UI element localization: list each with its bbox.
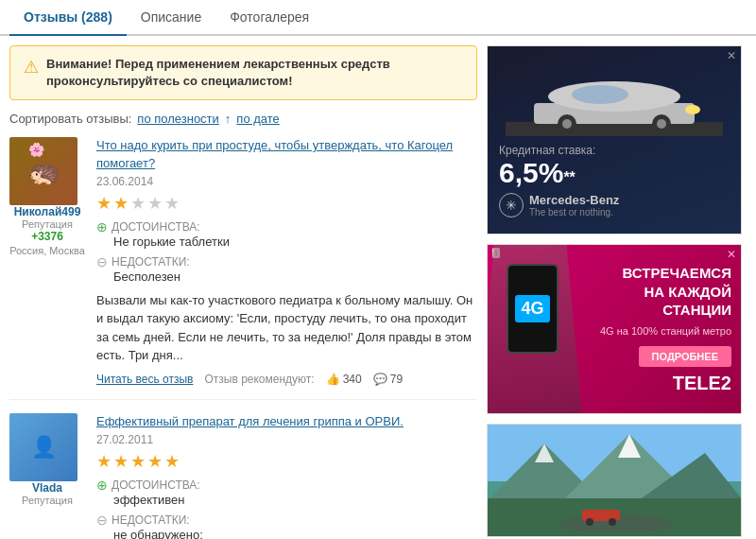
avatar-2: 👤 bbox=[9, 413, 77, 481]
stars-1: ★ ★ ★ ★ ★ bbox=[96, 193, 477, 214]
comment-btn-1[interactable]: 💬 79 bbox=[373, 373, 403, 386]
ad1-brand-sub: The best or nothing. bbox=[529, 207, 619, 217]
tab-reviews[interactable]: Отзывы (288) bbox=[9, 0, 127, 36]
svg-point-8 bbox=[685, 105, 700, 114]
car-image bbox=[499, 58, 730, 138]
star-1-5: ★ bbox=[164, 193, 180, 214]
reviewer-rep-label-1: Репутация bbox=[9, 218, 85, 230]
tab-photogallery[interactable]: Фотогалерея bbox=[215, 0, 323, 34]
review-text-1: Вызвали мы как-то участкового педиатра к… bbox=[96, 291, 477, 365]
tab-bar: Отзывы (288) Описание Фотогалерея bbox=[0, 0, 756, 36]
ad2-headline: ВСТРЕЧАЕМСЯ НА КАЖДОЙ СТАНЦИИ bbox=[599, 264, 731, 320]
sort-arrow: ↑ bbox=[225, 112, 232, 126]
like-count-1: 340 bbox=[343, 373, 362, 386]
pros-icon-1: ⊕ bbox=[96, 219, 108, 235]
review-title-1[interactable]: Что надо курить при простуде, чтобы утве… bbox=[96, 137, 477, 171]
ad1-brand-row: ✳ Mercedes-Benz The best or nothing. bbox=[499, 193, 730, 217]
reviewer-name-1[interactable]: Николай499 bbox=[9, 205, 85, 218]
reviewer-name-2[interactable]: Vlada bbox=[9, 481, 85, 495]
comment-count-1: 79 bbox=[390, 373, 403, 386]
review-title-2[interactable]: Еффективный препарат для лечения гриппа … bbox=[96, 413, 477, 430]
reviewer-col-1: 🦔🌸 Николай499 Репутация +3376 Россия, Мо… bbox=[9, 137, 85, 385]
ad2-subline: 4G на 100% станций метро bbox=[599, 325, 731, 337]
review-date-1: 23.06.2014 bbox=[96, 175, 477, 188]
ad1-rate: 6,5%** bbox=[499, 157, 730, 188]
close-btn-mercedes[interactable]: ✕ bbox=[727, 49, 736, 62]
review-content-1: Что надо курить при простуде, чтобы утве… bbox=[96, 137, 477, 385]
review-date-2: 27.02.2011 bbox=[96, 433, 477, 446]
star-1-2: ★ bbox=[113, 193, 129, 214]
phone-image: 4G bbox=[507, 264, 558, 354]
svg-point-7 bbox=[657, 119, 666, 129]
like-btn-1[interactable]: 👍 340 bbox=[326, 373, 362, 386]
car-svg bbox=[506, 61, 723, 136]
warning-icon: ⚠ bbox=[24, 57, 39, 78]
left-column: ⚠ Внимание! Перед применением лекарствен… bbox=[9, 45, 477, 539]
pros-label-2: ⊕ ДОСТОИНСТВА: bbox=[96, 478, 477, 493]
svg-point-19 bbox=[586, 518, 593, 526]
main-layout: ⚠ Внимание! Перед применением лекарствен… bbox=[0, 36, 756, 539]
sort-label: Сортировать отзывы: bbox=[9, 112, 131, 126]
star-1-3: ★ bbox=[130, 193, 146, 214]
landscape-svg bbox=[488, 425, 742, 537]
recommend-label-1: Отзыв рекомендуют: bbox=[204, 373, 314, 386]
ad2-content: ВСТРЕЧАЕМСЯ НА КАЖДОЙ СТАНЦИИ 4G на 100%… bbox=[599, 264, 731, 394]
read-more-1[interactable]: Читать весь отзыв bbox=[96, 373, 193, 386]
mercedes-logo-icon: ✳ bbox=[499, 193, 524, 217]
ad1-rate-label: Кредитная ставка: bbox=[499, 144, 730, 157]
reviewer-location-1: Россия, Москва bbox=[9, 245, 85, 256]
cons-label-1: ⊖ НЕДОСТАТКИ: bbox=[96, 254, 477, 270]
cons-value-2: не обнаружено; bbox=[113, 528, 477, 539]
star-2-4: ★ bbox=[147, 451, 163, 472]
star-2-3: ★ bbox=[130, 451, 146, 472]
stars-2: ★ ★ ★ ★ ★ bbox=[96, 451, 477, 472]
pros-icon-2: ⊕ bbox=[96, 478, 108, 493]
avatar-1: 🦔🌸 bbox=[9, 137, 77, 205]
reviewer-rep-1: +3376 bbox=[9, 230, 85, 243]
4g-badge: 4G bbox=[515, 295, 549, 322]
star-2-5: ★ bbox=[164, 451, 180, 472]
cons-icon-1: ⊖ bbox=[96, 254, 108, 270]
right-column: ✕ bbox=[487, 45, 742, 539]
svg-point-3 bbox=[572, 85, 628, 104]
pros-value-1: Не горькие таблетки bbox=[113, 235, 477, 249]
pros-label-1: ⊕ ДОСТОИНСТВА: bbox=[96, 219, 477, 235]
svg-point-5 bbox=[562, 119, 572, 129]
review-content-2: Еффективный препарат для лечения гриппа … bbox=[96, 413, 477, 539]
sort-by-date[interactable]: по дате bbox=[236, 112, 279, 126]
warning-bold: Внимание! Перед применением лекарственны… bbox=[46, 57, 390, 88]
svg-point-20 bbox=[609, 518, 616, 526]
warning-box: ⚠ Внимание! Перед применением лекарствен… bbox=[9, 45, 477, 100]
star-1-1: ★ bbox=[96, 193, 112, 214]
review-item-2: 👤 Vlada Репутация Еффективный препарат д… bbox=[9, 413, 477, 539]
ad-panel-mercedes: ✕ bbox=[487, 45, 742, 235]
close-btn-tele2[interactable]: ✕ bbox=[727, 248, 736, 261]
star-1-4: ★ bbox=[147, 193, 163, 214]
svg-rect-0 bbox=[506, 122, 723, 136]
sort-bar: Сортировать отзывы: по полезности ↑ по д… bbox=[9, 112, 477, 126]
ad1-brand-name: Mercedes-Benz bbox=[529, 193, 619, 207]
star-2-1: ★ bbox=[96, 451, 112, 472]
ad-panel-landscape: ✕ bbox=[487, 424, 742, 537]
review-footer-1: Читать весь отзыв Отзыв рекомендуют: 👍 3… bbox=[96, 373, 477, 386]
sort-by-usefulness[interactable]: по полезности bbox=[137, 112, 218, 126]
cons-icon-2: ⊖ bbox=[96, 513, 108, 528]
ad2-btn[interactable]: ПОДРОБНЕЕ bbox=[639, 346, 731, 367]
review-item-1: 🦔🌸 Николай499 Репутация +3376 Россия, Мо… bbox=[9, 137, 477, 399]
reviewer-rep-label-2: Репутация bbox=[9, 495, 85, 506]
pros-value-2: эффективен bbox=[113, 493, 477, 507]
star-2-2: ★ bbox=[113, 451, 129, 472]
warning-text: Внимание! Перед применением лекарственны… bbox=[46, 56, 463, 90]
cons-value-1: Бесполезен bbox=[113, 270, 477, 284]
ad2-brand: TELE2 bbox=[599, 373, 731, 394]
ad-panel-tele2: ✕ i 4G ВСТРЕЧАЕМСЯ НА КАЖДОЙ СТАНЦИИ 4G … bbox=[487, 244, 742, 414]
cons-label-2: ⊖ НЕДОСТАТКИ: bbox=[96, 513, 477, 528]
reviewer-col-2: 👤 Vlada Репутация bbox=[9, 413, 85, 539]
tab-description[interactable]: Описание bbox=[127, 0, 215, 34]
